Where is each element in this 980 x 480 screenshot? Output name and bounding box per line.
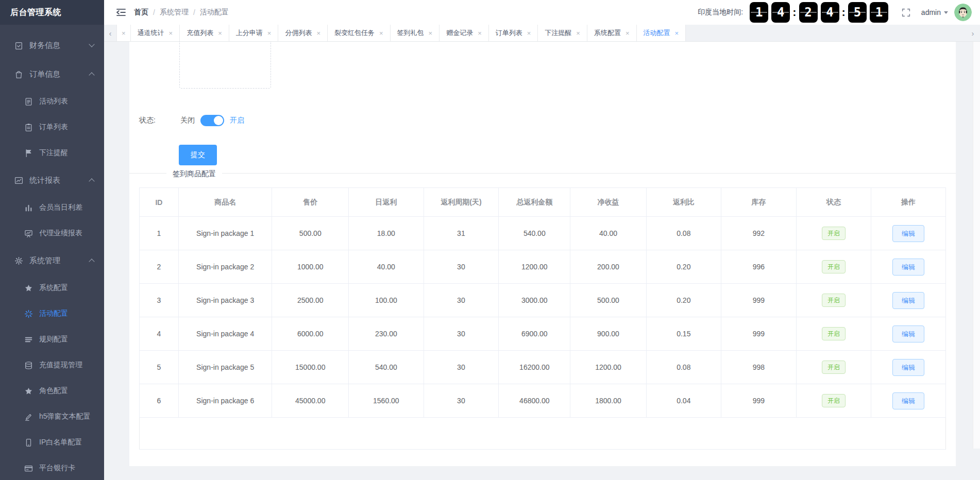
close-tab-icon[interactable]: × xyxy=(527,29,531,37)
tab-activity-config[interactable]: 活动配置 × xyxy=(637,25,686,41)
sidebar-item-role-config[interactable]: 角色配置 xyxy=(0,378,104,404)
toggle-on-label: 开启 xyxy=(230,116,244,125)
user-dropdown[interactable]: admin xyxy=(921,8,948,16)
cell-total-rebate: 540.00 xyxy=(499,217,570,250)
sidebar-item-member-daily-spread[interactable]: 会员当日利差 xyxy=(0,195,104,220)
status-badge: 开启 xyxy=(822,361,846,374)
content-area: 状态: 关闭 开启 提交 签到商品配置 ID商品名售价日返利返利周期(天)总返利… xyxy=(104,42,980,480)
tab-bonus-record[interactable]: 赠金记录 × xyxy=(440,25,489,41)
cell-rebate-period: 30 xyxy=(424,317,499,351)
cell-net-profit: 1800.00 xyxy=(570,384,646,418)
cell-status: 开启 xyxy=(796,250,871,284)
cell-status: 开启 xyxy=(796,317,871,351)
tab-channel-stats[interactable]: 通道统计 × xyxy=(131,25,180,41)
tab-order-list[interactable]: 订单列表 × xyxy=(489,25,538,41)
cell-total-rebate: 46800.00 xyxy=(499,384,570,418)
bar-chart-icon xyxy=(24,203,33,212)
sidebar-item-agent-performance-report[interactable]: 代理业绩报表 xyxy=(0,220,104,246)
edit-button[interactable]: 编辑 xyxy=(892,325,924,342)
sidebar-item-bet-reminder[interactable]: 下注提醒 xyxy=(0,140,104,166)
column-header: 售价 xyxy=(272,188,349,217)
cell-status: 开启 xyxy=(796,217,871,250)
sidebar-item-activity-config[interactable]: 活动配置 xyxy=(0,301,104,327)
close-tab-icon[interactable]: × xyxy=(122,29,126,37)
cell-status: 开启 xyxy=(796,351,871,384)
header: 首页 / 系统管理 / 活动配置 印度当地时间: 14:24:51 admin xyxy=(104,0,980,25)
close-tab-icon[interactable]: × xyxy=(429,29,433,37)
cell-daily-rebate: 230.00 xyxy=(349,317,424,351)
image-upload-box[interactable] xyxy=(179,42,271,89)
cell-rebate-ratio: 0.20 xyxy=(646,250,721,284)
edit-button[interactable]: 编辑 xyxy=(892,359,924,376)
tab-system-config[interactable]: 系统配置 × xyxy=(587,25,637,41)
column-header: 总返利金额 xyxy=(499,188,570,217)
collapse-sidebar-icon[interactable] xyxy=(115,7,127,18)
cell-action: 编辑 xyxy=(871,284,946,317)
sidebar-item-finance-info[interactable]: 财务信息 xyxy=(0,31,104,60)
fullscreen-icon[interactable] xyxy=(901,8,911,18)
submit-button[interactable]: 提交 xyxy=(179,145,217,165)
close-tab-icon[interactable]: × xyxy=(675,29,679,37)
sidebar-item-platform-bank-card[interactable]: 平台银行卡 xyxy=(0,455,104,480)
sidebar-item-rule-config[interactable]: 规则配置 xyxy=(0,327,104,352)
cell-price: 45000.00 xyxy=(272,384,349,418)
cell-product-name: Sign-in package 5 xyxy=(178,351,272,384)
tab-score-up-request[interactable]: 上分申请 × xyxy=(229,25,279,41)
cell-action: 编辑 xyxy=(871,250,946,284)
close-tab-icon[interactable]: × xyxy=(478,29,482,37)
clock-digit: 1 xyxy=(870,2,888,23)
tab-signin-gift[interactable]: 签到礼包 × xyxy=(391,25,440,41)
edit-button[interactable]: 编辑 xyxy=(892,225,924,242)
section-divider: 签到商品配置 xyxy=(129,173,956,174)
tab-recharge-list[interactable]: 充值列表 × xyxy=(180,25,229,41)
tab-clipped[interactable]: × xyxy=(116,25,131,41)
sidebar-item-activity-list[interactable]: 活动列表 xyxy=(0,89,104,114)
cell-id: 2 xyxy=(140,250,179,284)
tab-fission-red-packet-task[interactable]: 裂变红包任务 × xyxy=(328,25,391,41)
scrollbar[interactable] xyxy=(973,42,980,449)
breadcrumb-section[interactable]: 系统管理 xyxy=(160,8,189,17)
sidebar-item-ip-whitelist-config[interactable]: IP白名单配置 xyxy=(0,430,104,455)
cell-price: 2500.00 xyxy=(272,284,349,317)
clipboard-check-icon xyxy=(14,41,23,50)
clock-colon: : xyxy=(792,6,796,19)
close-tab-icon[interactable]: × xyxy=(267,29,272,37)
sidebar-item-h5-popup-text-config[interactable]: h5弹窗文本配置 xyxy=(0,404,104,430)
column-header: 状态 xyxy=(796,188,871,217)
tab-bet-reminder[interactable]: 下注提醒 × xyxy=(538,25,587,41)
breadcrumb: 首页 / 系统管理 / 活动配置 xyxy=(134,8,229,17)
close-tab-icon[interactable]: × xyxy=(626,29,630,37)
avatar[interactable] xyxy=(954,4,972,21)
cell-rebate-period: 30 xyxy=(424,351,499,384)
table-row: 4 Sign-in package 4 6000.00 230.00 30 69… xyxy=(140,317,946,351)
star-icon xyxy=(24,284,33,293)
sidebar-item-system-management[interactable]: 系统管理 xyxy=(0,246,104,275)
sidebar-item-system-config[interactable]: 系统配置 xyxy=(0,275,104,301)
table-row: 3 Sign-in package 3 2500.00 100.00 30 30… xyxy=(140,284,946,317)
cell-product-name: Sign-in package 2 xyxy=(178,250,272,284)
close-tab-icon[interactable]: × xyxy=(169,29,173,37)
status-field: 状态: 关闭 开启 xyxy=(139,115,244,126)
edit-button[interactable]: 编辑 xyxy=(892,292,924,309)
edit-button[interactable]: 编辑 xyxy=(892,259,924,276)
status-toggle[interactable] xyxy=(200,115,224,126)
close-tab-icon[interactable]: × xyxy=(218,29,222,37)
close-tab-icon[interactable]: × xyxy=(379,29,383,37)
cell-id: 3 xyxy=(140,284,179,317)
clock-digit: 4 xyxy=(821,2,839,23)
tabs-scroll-left-icon[interactable]: ‹ xyxy=(104,25,116,41)
tabs-scroll-right-icon[interactable]: › xyxy=(967,25,979,41)
sidebar-item-order-list[interactable]: 订单列表 xyxy=(0,114,104,140)
sidebar-item-recharge-withdraw-management[interactable]: 充值提现管理 xyxy=(0,352,104,378)
close-tab-icon[interactable]: × xyxy=(576,29,580,37)
cell-id: 4 xyxy=(140,317,179,351)
close-tab-icon[interactable]: × xyxy=(316,29,320,37)
cell-price: 500.00 xyxy=(272,217,349,250)
tab-commission-list[interactable]: 分佣列表 × xyxy=(278,25,328,41)
edit-button[interactable]: 编辑 xyxy=(892,392,924,409)
sidebar-item-stats-report[interactable]: 统计报表 xyxy=(0,166,104,195)
chevron-down-icon xyxy=(89,41,94,47)
sidebar-item-order-info[interactable]: 订单信息 xyxy=(0,60,104,89)
cell-daily-rebate: 540.00 xyxy=(349,351,424,384)
breadcrumb-home[interactable]: 首页 xyxy=(134,8,148,17)
